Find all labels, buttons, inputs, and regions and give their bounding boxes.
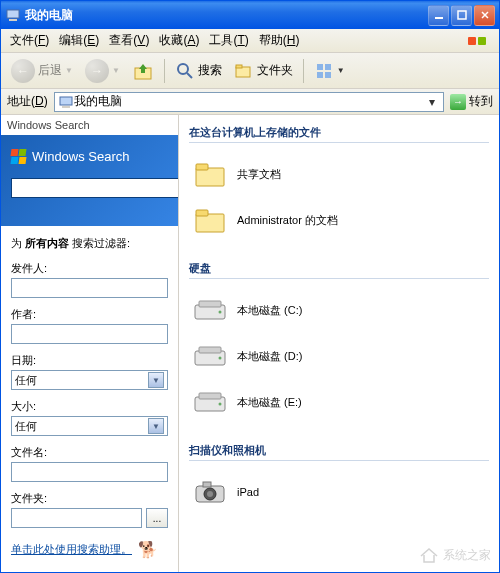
drive-item[interactable]: 本地磁盘 (E:): [189, 379, 489, 425]
folder-label: 文件夹:: [11, 491, 168, 506]
sender-input[interactable]: [11, 278, 168, 298]
views-icon: [314, 61, 334, 81]
drive-icon: [193, 339, 227, 373]
svg-rect-13: [317, 72, 323, 78]
group-header: 在这台计算机上存储的文件: [189, 121, 489, 143]
search-label: 搜索: [198, 62, 222, 79]
toolbar: ← 后退 ▼ → ▼ 搜索 文件夹 ▼: [1, 53, 499, 89]
forward-button[interactable]: → ▼: [81, 57, 124, 85]
svg-rect-3: [458, 11, 466, 19]
date-label: 日期:: [11, 353, 168, 368]
drive-item[interactable]: 本地磁盘 (C:): [189, 287, 489, 333]
browse-button[interactable]: ...: [146, 508, 168, 528]
up-button[interactable]: [128, 58, 158, 84]
chevron-down-icon: ▼: [65, 66, 73, 75]
search-banner: Windows Search 桌面 ▼: [1, 135, 178, 226]
size-combobox[interactable]: 任何▼: [11, 416, 168, 436]
filters-header: 为 所有内容 搜索过滤器:: [11, 236, 168, 251]
svg-rect-23: [199, 301, 221, 307]
go-label: 转到: [469, 93, 493, 110]
go-icon: →: [450, 94, 466, 110]
filter-panel: 为 所有内容 搜索过滤器: 发件人: 作者: 日期: 任何▼: [1, 226, 178, 569]
group-header: 硬盘: [189, 257, 489, 279]
svg-rect-16: [62, 106, 70, 108]
menu-file[interactable]: 文件(F): [5, 30, 54, 51]
date-combobox[interactable]: 任何▼: [11, 370, 168, 390]
back-icon: ←: [11, 59, 35, 83]
separator: [303, 59, 304, 83]
item-label: 本地磁盘 (C:): [237, 303, 302, 317]
item-label: 本地磁盘 (E:): [237, 395, 302, 409]
menu-favorites[interactable]: 收藏(A): [154, 30, 204, 51]
svg-rect-10: [236, 65, 242, 68]
svg-point-28: [219, 403, 222, 406]
camera-item[interactable]: iPad: [189, 469, 489, 515]
folders-label: 文件夹: [257, 62, 293, 79]
folder-item[interactable]: 共享文档: [189, 151, 489, 197]
chevron-down-icon: ▼: [337, 66, 345, 75]
folder-up-icon: [132, 60, 154, 82]
my-computer-icon: [58, 94, 74, 110]
drive-item[interactable]: 本地磁盘 (D:): [189, 333, 489, 379]
go-button[interactable]: → 转到: [450, 93, 493, 110]
maximize-button[interactable]: [451, 5, 472, 26]
chevron-down-icon: ▼: [112, 66, 120, 75]
folder-icon: [193, 203, 227, 237]
camera-icon: [193, 475, 227, 509]
titlebar: 我的电脑: [1, 1, 499, 29]
svg-rect-2: [435, 17, 443, 19]
search-button[interactable]: 搜索: [171, 59, 226, 83]
author-input[interactable]: [11, 324, 168, 344]
folder-item[interactable]: Administrator 的文档: [189, 197, 489, 243]
windows-logo-icon: [459, 31, 495, 51]
address-dropdown-icon[interactable]: ▾: [424, 95, 440, 109]
chevron-down-icon: ▼: [148, 418, 164, 434]
dog-icon: 🐕: [138, 540, 158, 559]
folders-button[interactable]: 文件夹: [230, 59, 297, 83]
my-computer-icon: [5, 7, 21, 23]
svg-point-25: [219, 357, 222, 360]
item-label: 本地磁盘 (D:): [237, 349, 302, 363]
main-pane: 在这台计算机上存储的文件共享文档Administrator 的文档硬盘本地磁盘 …: [179, 115, 499, 572]
close-button[interactable]: [474, 5, 495, 26]
folder-input[interactable]: [11, 508, 142, 528]
menubar: 文件(F) 编辑(E) 查看(V) 收藏(A) 工具(T) 帮助(H): [1, 29, 499, 53]
svg-rect-29: [199, 393, 221, 399]
svg-point-7: [178, 64, 188, 74]
sender-label: 发件人:: [11, 261, 168, 276]
menu-help[interactable]: 帮助(H): [254, 30, 305, 51]
address-bar: 地址(D) ▾ → 转到: [1, 89, 499, 115]
svg-rect-14: [325, 72, 331, 78]
svg-point-22: [219, 311, 222, 314]
minimize-button[interactable]: [428, 5, 449, 26]
window-title: 我的电脑: [25, 7, 428, 24]
svg-rect-17: [196, 168, 224, 186]
views-button[interactable]: ▼: [310, 59, 349, 83]
drive-icon: [193, 293, 227, 327]
menu-tools[interactable]: 工具(T): [204, 30, 253, 51]
folder-icon: [193, 157, 227, 191]
svg-rect-18: [196, 164, 208, 170]
back-button[interactable]: ← 后退 ▼: [7, 57, 77, 85]
menu-edit[interactable]: 编辑(E): [54, 30, 104, 51]
address-input-wrapper[interactable]: ▾: [54, 92, 444, 112]
group-header: 扫描仪和照相机: [189, 439, 489, 461]
svg-point-32: [207, 491, 213, 497]
address-label: 地址(D): [7, 93, 48, 110]
filename-label: 文件名:: [11, 445, 168, 460]
search-input[interactable]: [11, 178, 179, 198]
filename-input[interactable]: [11, 462, 168, 482]
menu-view[interactable]: 查看(V): [104, 30, 154, 51]
address-input[interactable]: [74, 95, 424, 109]
search-helper-link[interactable]: 单击此处使用搜索助理。 🐕: [11, 540, 168, 559]
forward-icon: →: [85, 59, 109, 83]
svg-rect-0: [7, 10, 19, 18]
back-label: 后退: [38, 62, 62, 79]
author-label: 作者:: [11, 307, 168, 322]
folders-icon: [234, 61, 254, 81]
svg-rect-12: [325, 64, 331, 70]
sidebar: Windows Search Windows Search 桌面 ▼: [1, 115, 179, 572]
svg-rect-1: [9, 19, 17, 21]
chevron-down-icon: ▼: [148, 372, 164, 388]
drive-icon: [193, 385, 227, 419]
